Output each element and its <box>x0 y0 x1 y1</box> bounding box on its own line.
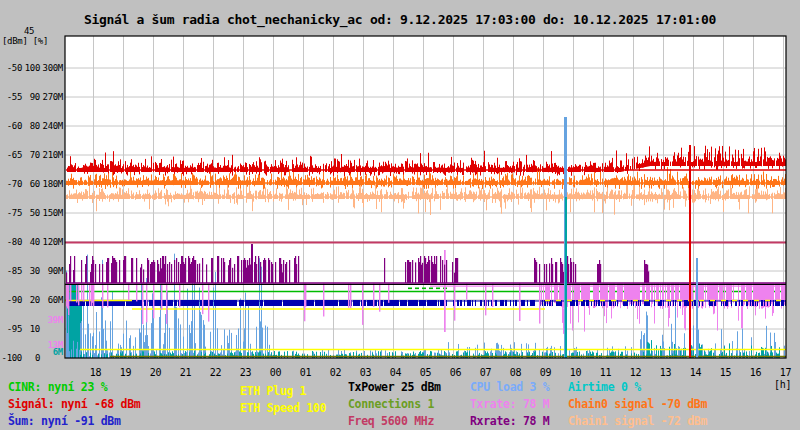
y-axis-label: -6080240M <box>0 121 63 131</box>
x-axis-label: 22 <box>204 367 228 378</box>
x-axis-label: 03 <box>354 367 378 378</box>
chart-plot-area <box>0 0 800 430</box>
x-axis-label: 10 <box>564 367 588 378</box>
legend-item: Txrate: 78 M <box>470 398 549 410</box>
legend-item: ETH Speed 100 <box>240 402 326 414</box>
x-axis-label: 13 <box>654 367 678 378</box>
x-axis-label: 00 <box>264 367 288 378</box>
legend-item: Rxrate: 78 M <box>470 415 549 427</box>
x-axis-label: 06 <box>444 367 468 378</box>
x-axis-unit-label: [h] <box>774 379 791 390</box>
y-axis-label: -8040120M <box>0 237 63 247</box>
x-axis-label: 16 <box>744 367 768 378</box>
y-axis-label: -9510 <box>0 324 63 334</box>
y-axis-label: -853090M <box>0 266 63 276</box>
x-axis-label: 04 <box>384 367 408 378</box>
legend-item: Signál: nyní -68 dBm <box>8 398 140 410</box>
x-axis-label: 19 <box>114 367 138 378</box>
y-axis-label: -6570210M <box>0 150 63 160</box>
y-axis-rate-label: 6M <box>0 348 63 357</box>
x-axis-label: 18 <box>84 367 108 378</box>
x-axis-label: 14 <box>684 367 708 378</box>
x-axis-label: 21 <box>174 367 198 378</box>
radio-signal-chart-window: Signál a šum radia chot_nechanicky_ac od… <box>0 0 800 430</box>
x-axis-label: 17 <box>774 367 798 378</box>
legend-item: Chain0 signal -70 dBm <box>568 398 707 410</box>
legend-item: CINR: nyní 23 % <box>8 381 107 393</box>
x-axis-label: 01 <box>294 367 318 378</box>
x-axis-label: 20 <box>144 367 168 378</box>
x-axis-label: 15 <box>714 367 738 378</box>
legend-item: Connections 1 <box>348 398 434 410</box>
y-axis-label: -5590270M <box>0 92 63 102</box>
x-axis-label: 12 <box>624 367 648 378</box>
y-axis-top-label: 45 <box>24 26 34 36</box>
legend-item: Šum: nyní -91 dBm <box>8 415 121 427</box>
y-axis-label: -7060180M <box>0 179 63 189</box>
y-axis-label: -50100300M <box>0 63 63 73</box>
y-axis-label: -7550150M <box>0 208 63 218</box>
legend-item: Airtime 0 % <box>568 381 641 393</box>
legend-item: ETH Plug 1 <box>240 385 306 397</box>
legend-item: Freq 5600 MHz <box>348 415 434 427</box>
x-axis-label: 08 <box>504 367 528 378</box>
y-axis-label: -902060M <box>0 295 63 305</box>
legend-item: TxPower 25 dBm <box>348 381 441 393</box>
x-axis-label: 23 <box>234 367 258 378</box>
x-axis-label: 09 <box>534 367 558 378</box>
legend-item: Chain1 signal -72 dBm <box>568 415 707 427</box>
x-axis-label: 07 <box>474 367 498 378</box>
y-axis-rate-label: 39M <box>0 316 63 325</box>
y-axis-unit-label: [dBm] [%] <box>2 36 48 46</box>
x-axis-label: 02 <box>324 367 348 378</box>
x-axis-label: 05 <box>414 367 438 378</box>
x-axis-label: 11 <box>594 367 618 378</box>
legend-item: CPU load 3 % <box>470 381 549 393</box>
